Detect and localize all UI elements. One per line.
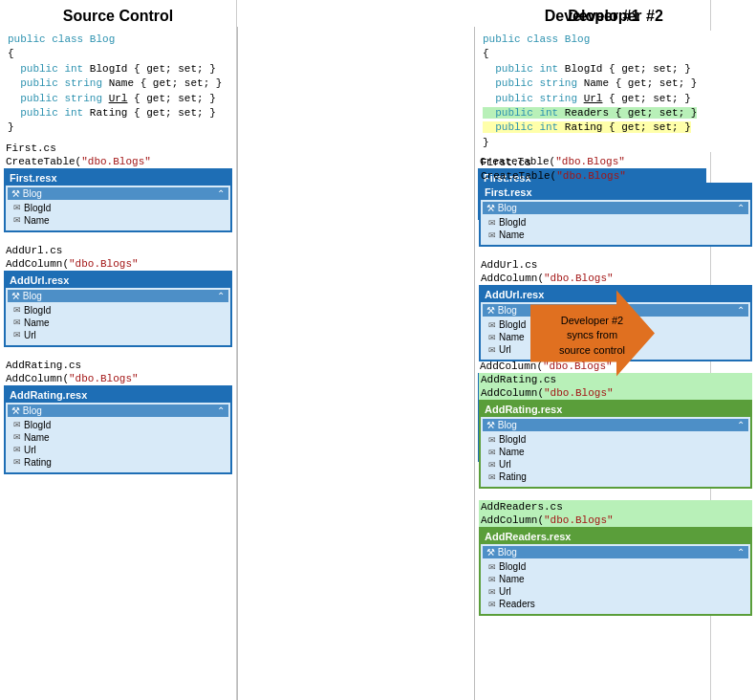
source-addurl-resx-table: ⚒ Blog⌃ ✉BlogId ✉Name ✉Url <box>6 288 230 345</box>
main-container: Source Control public class Blog { publi… <box>0 0 756 700</box>
dev2-addrating-row-url: ✉Url <box>486 458 745 470</box>
arrow-label: Developer #2syncs fromsource control <box>551 314 633 358</box>
dev2-first-row-name: ✉Name <box>486 229 745 241</box>
dev2-header: Developer #2 <box>479 4 752 31</box>
source-addrating-cs-code: AddColumn("dbo.Blogs" <box>4 372 232 385</box>
dev2-first-table-inner: ✉BlogId ✉Name <box>483 214 748 243</box>
dev2-addrating-resx-table: ⚒ Blog⌃ ✉BlogId ✉Name ✉Url ✉Rating <box>481 417 750 487</box>
source-addrating-row-name: ✉Name <box>11 431 225 444</box>
source-control-column: Source Control public class Blog { publi… <box>0 0 237 700</box>
source-control-header: Source Control <box>4 4 232 31</box>
source-addurl-row-blogid: ✉BlogId <box>11 304 225 317</box>
source-addurl-table-inner: ✉BlogId ✉Name ✉Url <box>8 302 228 343</box>
source-addrating-resx-table: ⚒ Blog⌃ ✉BlogId ✉Name ✉Url ✉Rating <box>6 403 230 472</box>
source-first-cs: First.cs <box>4 142 232 155</box>
source-first-resx-panel: First.resx ⚒ Blog⌃ ✉BlogId ✉Name <box>4 168 232 232</box>
dev2-addreaders-resx-header: AddReaders.resx <box>481 529 750 544</box>
dev2-addreaders-row-readers: ✉Readers <box>486 598 745 610</box>
source-first-row-name: ✉Name <box>11 214 225 227</box>
source-addurl-resx-header: AddUrl.resx <box>6 273 230 288</box>
dev2-first-resx-table: ⚒ Blog⌃ ✉BlogId ✉Name <box>481 200 750 245</box>
dev2-addrating-resx-header: AddRating.resx <box>481 402 750 417</box>
source-addrating-cs: AddRating.cs <box>4 359 232 372</box>
source-code-block: public class Blog { public int BlogId { … <box>4 31 232 138</box>
source-migration-addurl: AddUrl.cs AddColumn("dbo.Blogs" AddUrl.r… <box>4 244 232 353</box>
source-addrating-row-rating: ✉Rating <box>11 456 225 469</box>
dev2-migration-first: First.cs CreateTable("dbo.Blogs" First.r… <box>479 156 752 252</box>
source-migration-addrating: AddRating.cs AddColumn("dbo.Blogs" AddRa… <box>4 359 232 480</box>
source-addurl-cs: AddUrl.cs <box>4 244 232 257</box>
dev2-addrating-row-blogid: ✉BlogId <box>486 433 745 446</box>
dev2-addreaders-resx-panel: AddReaders.resx ⚒ Blog⌃ ✉BlogId ✉Name ✉U… <box>479 527 752 616</box>
dev2-addurl-cs: AddUrl.cs <box>479 258 752 272</box>
dev2-migration-addrating: AddRating.cs AddColumn("dbo.Blogs" AddRa… <box>479 373 752 494</box>
dev2-first-table-header: ⚒ Blog⌃ <box>483 202 748 214</box>
source-migration-first: First.cs CreateTable("dbo.Blogs" First.r… <box>4 142 232 238</box>
source-addrating-row-url: ✉Url <box>11 444 225 456</box>
dev2-addreaders-table-inner: ✉BlogId ✉Name ✉Url ✉Readers <box>483 558 748 612</box>
dev2-first-cs-code: CreateTable("dbo.Blogs" <box>479 169 752 183</box>
dev2-migration-addreaders: AddReaders.cs AddColumn("dbo.Blogs" AddR… <box>479 500 752 622</box>
dev2-addreaders-row-name: ✉Name <box>486 573 745 585</box>
source-addurl-cs-code: AddColumn("dbo.Blogs" <box>4 257 232 271</box>
dev2-addrating-table-header: ⚒ Blog⌃ <box>483 419 748 431</box>
dev2-addreaders-row-url: ✉Url <box>486 585 745 598</box>
dev2-addreaders-resx-table: ⚒ Blog⌃ ✉BlogId ✉Name ✉Url ✉Readers <box>481 544 750 614</box>
divider-1 <box>237 27 238 700</box>
dev2-first-resx-header: First.resx <box>481 185 750 200</box>
source-addrating-row-blogid: ✉BlogId <box>11 419 225 431</box>
source-addrating-table-inner: ✉BlogId ✉Name ✉Url ✉Rating <box>8 417 228 470</box>
arrow-area: Developer #2syncs fromsource control <box>530 286 655 386</box>
dev2-addrating-table-inner: ✉BlogId ✉Name ✉Url ✉Rating <box>483 431 748 485</box>
dev2-addreaders-cs-code: AddColumn("dbo.Blogs" <box>479 514 752 527</box>
dev2-code-block: public class Blog { public int BlogId { … <box>479 31 752 152</box>
source-addurl-row-url: ✉Url <box>11 329 225 341</box>
dev2-addreaders-table-header: ⚒ Blog⌃ <box>483 546 748 558</box>
source-addrating-resx-panel: AddRating.resx ⚒ Blog⌃ ✉BlogId ✉Name ✉Ur… <box>4 385 232 474</box>
source-addurl-table-header: ⚒ Blog⌃ <box>8 290 228 302</box>
dev2-addrating-cs-code: AddColumn("dbo.Blogs" <box>479 386 752 400</box>
dev2-addreaders-row-blogid: ✉BlogId <box>486 560 745 573</box>
source-addurl-resx-panel: AddUrl.resx ⚒ Blog⌃ ✉BlogId ✉Name ✉Url <box>4 271 232 347</box>
source-addurl-row-name: ✉Name <box>11 317 225 329</box>
dev2-addrating-row-name: ✉Name <box>486 446 745 458</box>
dev2-addrating-resx-panel: AddRating.resx ⚒ Blog⌃ ✉BlogId ✉Name ✉Ur… <box>479 400 752 489</box>
dev2-first-resx-panel: First.resx ⚒ Blog⌃ ✉BlogId ✉Name <box>479 183 752 247</box>
source-first-cs-code: CreateTable("dbo.Blogs" <box>4 155 232 168</box>
source-first-table-inner: ✉BlogId ✉Name <box>8 200 228 229</box>
dev2-first-row-blogid: ✉BlogId <box>486 216 745 229</box>
source-first-resx-table: ⚒ Blog⌃ ✉BlogId ✉Name <box>6 186 230 230</box>
source-addrating-resx-header: AddRating.resx <box>6 387 230 403</box>
source-first-table-header: ⚒ Blog⌃ <box>8 187 228 200</box>
source-addrating-table-header: ⚒ Blog⌃ <box>8 405 228 417</box>
dev2-addrating-row-rating: ✉Rating <box>486 470 745 483</box>
dev2-addurl-cs-code: AddColumn("dbo.Blogs" <box>479 272 752 285</box>
source-first-row-blogid: ✉BlogId <box>11 202 225 214</box>
dev2-addreaders-cs: AddReaders.cs <box>479 500 752 514</box>
dev2-first-cs: First.cs <box>479 156 752 169</box>
source-first-resx-header: First.resx <box>6 170 230 186</box>
